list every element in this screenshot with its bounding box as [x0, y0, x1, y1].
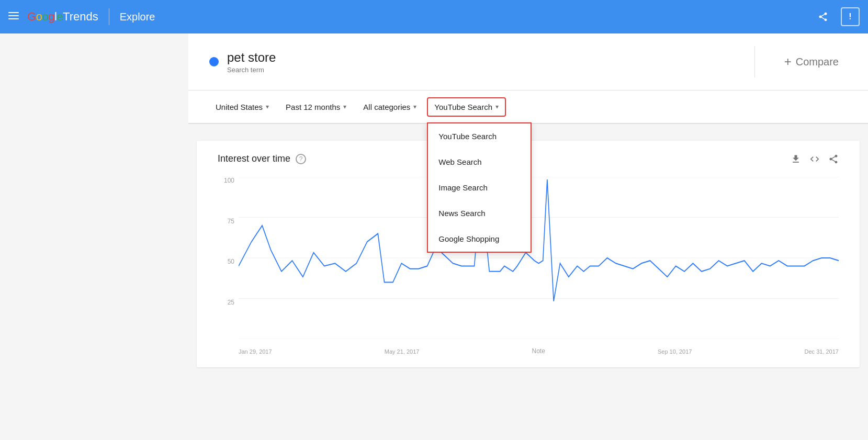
- header-actions: !: [814, 7, 860, 26]
- y-axis: 100 75 50 25: [218, 177, 239, 339]
- feedback-button[interactable]: !: [841, 7, 860, 26]
- logo: Google Trends: [27, 10, 98, 24]
- search-dot: [209, 57, 219, 66]
- header-explore: Explore: [120, 11, 155, 23]
- location-label: United States: [216, 103, 263, 111]
- search-type-shopping[interactable]: Google Shopping: [428, 226, 531, 252]
- chart-svg: [239, 177, 839, 339]
- categories-dropdown-arrow: ▾: [413, 103, 416, 110]
- search-type-web-label: Web Search: [438, 157, 481, 166]
- compare-divider: [754, 46, 755, 77]
- compare-button[interactable]: + Compare: [776, 50, 847, 73]
- x-axis: Jan 29, 2017 May 21, 2017 Note Sep 10, 2…: [239, 339, 839, 355]
- svg-rect-2: [8, 18, 19, 19]
- header: Google Trends Explore !: [0, 0, 868, 33]
- y-label-25: 25: [228, 299, 234, 306]
- main-content: pet store Search term + Compare United S…: [94, 33, 868, 367]
- search-term-info: pet store Search term: [227, 50, 276, 74]
- compare-plus-icon: +: [784, 54, 792, 69]
- search-term-label: Search term: [227, 66, 276, 74]
- left-sidebar: [0, 33, 94, 440]
- compare-label: Compare: [796, 56, 839, 68]
- search-type-web[interactable]: Web Search: [428, 149, 531, 175]
- x-label-sep: Sep 10, 2017: [658, 348, 692, 355]
- time-label: Past 12 months: [286, 103, 340, 111]
- search-section: pet store Search term + Compare: [188, 33, 868, 91]
- search-type-menu: YouTube Search Web Search Image Search N…: [427, 122, 532, 253]
- time-filter[interactable]: Past 12 months ▾: [279, 98, 353, 116]
- search-type-shopping-label: Google Shopping: [438, 234, 499, 243]
- header-divider: [109, 8, 109, 25]
- svg-rect-0: [8, 12, 19, 13]
- x-label-note: Note: [532, 347, 545, 355]
- search-type-news[interactable]: News Search: [428, 200, 531, 226]
- share-header-button[interactable]: [814, 7, 832, 26]
- categories-label: All categories: [363, 103, 410, 111]
- filter-bar: United States ▾ Past 12 months ▾ All cat…: [188, 91, 868, 124]
- y-label-75: 75: [228, 218, 234, 225]
- x-label-may: May 21, 2017: [385, 348, 420, 355]
- search-type-dropdown-arrow: ▾: [495, 103, 499, 110]
- chart-title-area: Interest over time ?: [218, 153, 306, 164]
- x-label-dec: Dec 31, 2017: [805, 348, 839, 355]
- embed-button[interactable]: [809, 154, 820, 164]
- location-filter[interactable]: United States ▾: [209, 98, 275, 116]
- search-term-name[interactable]: pet store: [227, 50, 276, 65]
- y-label-50: 50: [228, 258, 234, 265]
- chart-actions: [791, 154, 839, 164]
- search-type-container: YouTube Search ▾ YouTube Search Web Sear…: [427, 97, 506, 117]
- categories-filter[interactable]: All categories ▾: [357, 98, 423, 116]
- menu-icon[interactable]: [8, 10, 19, 24]
- download-button[interactable]: [791, 154, 801, 164]
- search-term-container: pet store Search term: [209, 50, 734, 74]
- search-type-image[interactable]: Image Search: [428, 175, 531, 200]
- share-chart-button[interactable]: [828, 154, 839, 164]
- svg-rect-1: [8, 15, 19, 16]
- chart-svg-container: [239, 177, 839, 339]
- logo-trends: Trends: [63, 10, 98, 24]
- logo-google: Google: [27, 10, 63, 24]
- search-type-youtube[interactable]: YouTube Search: [428, 123, 531, 149]
- search-type-image-label: Image Search: [438, 183, 487, 192]
- y-label-100: 100: [224, 177, 234, 184]
- search-type-filter[interactable]: YouTube Search ▾: [427, 97, 506, 117]
- chart-title: Interest over time: [218, 153, 290, 164]
- help-icon[interactable]: ?: [296, 154, 306, 164]
- search-type-news-label: News Search: [438, 209, 485, 218]
- search-type-youtube-label: YouTube Search: [438, 132, 497, 141]
- x-label-jan: Jan 29, 2017: [239, 348, 272, 355]
- search-type-label: YouTube Search: [434, 103, 492, 111]
- location-dropdown-arrow: ▾: [266, 103, 269, 110]
- time-dropdown-arrow: ▾: [343, 103, 346, 110]
